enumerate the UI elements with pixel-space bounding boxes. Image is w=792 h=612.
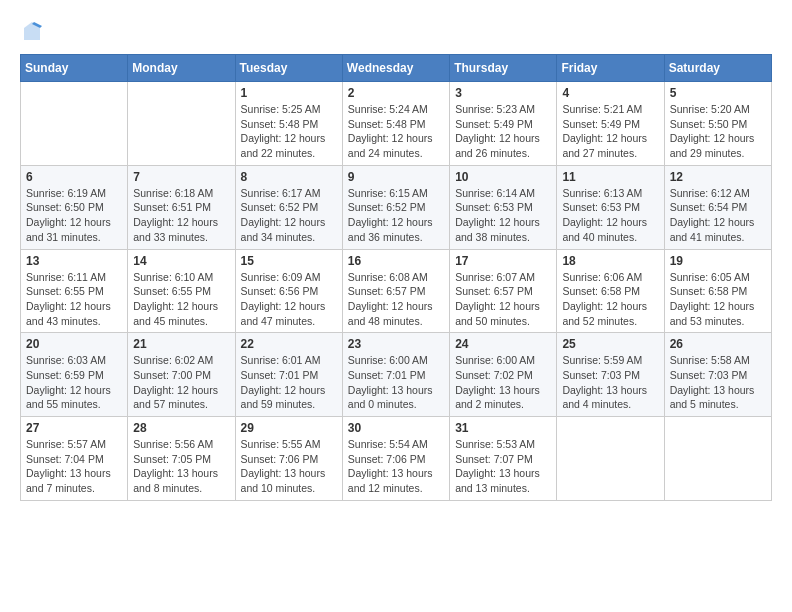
day-number: 25 bbox=[562, 337, 658, 351]
calendar-cell: 25Sunrise: 5:59 AMSunset: 7:03 PMDayligh… bbox=[557, 333, 664, 417]
day-number: 24 bbox=[455, 337, 551, 351]
day-info: Sunrise: 5:56 AMSunset: 7:05 PMDaylight:… bbox=[133, 437, 229, 496]
calendar-cell: 29Sunrise: 5:55 AMSunset: 7:06 PMDayligh… bbox=[235, 417, 342, 501]
day-info: Sunrise: 5:24 AMSunset: 5:48 PMDaylight:… bbox=[348, 102, 444, 161]
day-info: Sunrise: 5:55 AMSunset: 7:06 PMDaylight:… bbox=[241, 437, 337, 496]
calendar-cell: 3Sunrise: 5:23 AMSunset: 5:49 PMDaylight… bbox=[450, 82, 557, 166]
calendar-cell: 14Sunrise: 6:10 AMSunset: 6:55 PMDayligh… bbox=[128, 249, 235, 333]
day-info: Sunrise: 6:14 AMSunset: 6:53 PMDaylight:… bbox=[455, 186, 551, 245]
day-info: Sunrise: 6:01 AMSunset: 7:01 PMDaylight:… bbox=[241, 353, 337, 412]
calendar-cell: 4Sunrise: 5:21 AMSunset: 5:49 PMDaylight… bbox=[557, 82, 664, 166]
calendar-cell: 9Sunrise: 6:15 AMSunset: 6:52 PMDaylight… bbox=[342, 165, 449, 249]
day-number: 6 bbox=[26, 170, 122, 184]
day-info: Sunrise: 6:09 AMSunset: 6:56 PMDaylight:… bbox=[241, 270, 337, 329]
day-info: Sunrise: 6:06 AMSunset: 6:58 PMDaylight:… bbox=[562, 270, 658, 329]
day-info: Sunrise: 5:57 AMSunset: 7:04 PMDaylight:… bbox=[26, 437, 122, 496]
day-info: Sunrise: 6:19 AMSunset: 6:50 PMDaylight:… bbox=[26, 186, 122, 245]
calendar-cell: 8Sunrise: 6:17 AMSunset: 6:52 PMDaylight… bbox=[235, 165, 342, 249]
day-info: Sunrise: 5:54 AMSunset: 7:06 PMDaylight:… bbox=[348, 437, 444, 496]
day-info: Sunrise: 6:18 AMSunset: 6:51 PMDaylight:… bbox=[133, 186, 229, 245]
weekday-header-saturday: Saturday bbox=[664, 55, 771, 82]
day-info: Sunrise: 6:00 AMSunset: 7:02 PMDaylight:… bbox=[455, 353, 551, 412]
day-number: 30 bbox=[348, 421, 444, 435]
calendar-week-4: 20Sunrise: 6:03 AMSunset: 6:59 PMDayligh… bbox=[21, 333, 772, 417]
calendar-cell: 19Sunrise: 6:05 AMSunset: 6:58 PMDayligh… bbox=[664, 249, 771, 333]
calendar-cell: 24Sunrise: 6:00 AMSunset: 7:02 PMDayligh… bbox=[450, 333, 557, 417]
calendar-cell: 20Sunrise: 6:03 AMSunset: 6:59 PMDayligh… bbox=[21, 333, 128, 417]
day-number: 19 bbox=[670, 254, 766, 268]
calendar-week-1: 1Sunrise: 5:25 AMSunset: 5:48 PMDaylight… bbox=[21, 82, 772, 166]
day-info: Sunrise: 6:12 AMSunset: 6:54 PMDaylight:… bbox=[670, 186, 766, 245]
day-number: 14 bbox=[133, 254, 229, 268]
day-number: 2 bbox=[348, 86, 444, 100]
calendar-cell bbox=[21, 82, 128, 166]
day-number: 10 bbox=[455, 170, 551, 184]
day-number: 8 bbox=[241, 170, 337, 184]
day-number: 18 bbox=[562, 254, 658, 268]
calendar-cell: 12Sunrise: 6:12 AMSunset: 6:54 PMDayligh… bbox=[664, 165, 771, 249]
day-number: 27 bbox=[26, 421, 122, 435]
calendar-cell: 15Sunrise: 6:09 AMSunset: 6:56 PMDayligh… bbox=[235, 249, 342, 333]
logo-icon bbox=[20, 20, 44, 44]
day-number: 12 bbox=[670, 170, 766, 184]
day-number: 3 bbox=[455, 86, 551, 100]
calendar-cell: 16Sunrise: 6:08 AMSunset: 6:57 PMDayligh… bbox=[342, 249, 449, 333]
day-number: 28 bbox=[133, 421, 229, 435]
day-number: 9 bbox=[348, 170, 444, 184]
weekday-header-tuesday: Tuesday bbox=[235, 55, 342, 82]
calendar-cell: 21Sunrise: 6:02 AMSunset: 7:00 PMDayligh… bbox=[128, 333, 235, 417]
day-info: Sunrise: 6:03 AMSunset: 6:59 PMDaylight:… bbox=[26, 353, 122, 412]
day-info: Sunrise: 6:11 AMSunset: 6:55 PMDaylight:… bbox=[26, 270, 122, 329]
day-number: 20 bbox=[26, 337, 122, 351]
day-info: Sunrise: 6:05 AMSunset: 6:58 PMDaylight:… bbox=[670, 270, 766, 329]
calendar-cell: 17Sunrise: 6:07 AMSunset: 6:57 PMDayligh… bbox=[450, 249, 557, 333]
day-number: 26 bbox=[670, 337, 766, 351]
day-number: 1 bbox=[241, 86, 337, 100]
calendar-cell: 31Sunrise: 5:53 AMSunset: 7:07 PMDayligh… bbox=[450, 417, 557, 501]
day-number: 29 bbox=[241, 421, 337, 435]
calendar-table: SundayMondayTuesdayWednesdayThursdayFrid… bbox=[20, 54, 772, 501]
logo bbox=[20, 20, 48, 44]
day-number: 13 bbox=[26, 254, 122, 268]
day-info: Sunrise: 6:15 AMSunset: 6:52 PMDaylight:… bbox=[348, 186, 444, 245]
calendar-cell: 11Sunrise: 6:13 AMSunset: 6:53 PMDayligh… bbox=[557, 165, 664, 249]
day-number: 11 bbox=[562, 170, 658, 184]
weekday-header-friday: Friday bbox=[557, 55, 664, 82]
calendar-cell: 23Sunrise: 6:00 AMSunset: 7:01 PMDayligh… bbox=[342, 333, 449, 417]
weekday-header-monday: Monday bbox=[128, 55, 235, 82]
calendar-cell: 5Sunrise: 5:20 AMSunset: 5:50 PMDaylight… bbox=[664, 82, 771, 166]
calendar-cell: 7Sunrise: 6:18 AMSunset: 6:51 PMDaylight… bbox=[128, 165, 235, 249]
day-info: Sunrise: 6:02 AMSunset: 7:00 PMDaylight:… bbox=[133, 353, 229, 412]
calendar-cell bbox=[128, 82, 235, 166]
day-number: 4 bbox=[562, 86, 658, 100]
calendar-cell: 13Sunrise: 6:11 AMSunset: 6:55 PMDayligh… bbox=[21, 249, 128, 333]
calendar-cell: 18Sunrise: 6:06 AMSunset: 6:58 PMDayligh… bbox=[557, 249, 664, 333]
calendar-cell: 28Sunrise: 5:56 AMSunset: 7:05 PMDayligh… bbox=[128, 417, 235, 501]
day-info: Sunrise: 5:23 AMSunset: 5:49 PMDaylight:… bbox=[455, 102, 551, 161]
day-info: Sunrise: 5:58 AMSunset: 7:03 PMDaylight:… bbox=[670, 353, 766, 412]
day-number: 5 bbox=[670, 86, 766, 100]
day-number: 22 bbox=[241, 337, 337, 351]
day-info: Sunrise: 5:21 AMSunset: 5:49 PMDaylight:… bbox=[562, 102, 658, 161]
day-info: Sunrise: 5:25 AMSunset: 5:48 PMDaylight:… bbox=[241, 102, 337, 161]
day-number: 7 bbox=[133, 170, 229, 184]
weekday-header-sunday: Sunday bbox=[21, 55, 128, 82]
day-info: Sunrise: 6:13 AMSunset: 6:53 PMDaylight:… bbox=[562, 186, 658, 245]
calendar-cell: 6Sunrise: 6:19 AMSunset: 6:50 PMDaylight… bbox=[21, 165, 128, 249]
calendar-cell: 22Sunrise: 6:01 AMSunset: 7:01 PMDayligh… bbox=[235, 333, 342, 417]
day-info: Sunrise: 5:20 AMSunset: 5:50 PMDaylight:… bbox=[670, 102, 766, 161]
day-number: 23 bbox=[348, 337, 444, 351]
weekday-header-thursday: Thursday bbox=[450, 55, 557, 82]
day-number: 31 bbox=[455, 421, 551, 435]
day-number: 21 bbox=[133, 337, 229, 351]
day-number: 17 bbox=[455, 254, 551, 268]
weekday-header-wednesday: Wednesday bbox=[342, 55, 449, 82]
day-info: Sunrise: 6:10 AMSunset: 6:55 PMDaylight:… bbox=[133, 270, 229, 329]
day-info: Sunrise: 5:53 AMSunset: 7:07 PMDaylight:… bbox=[455, 437, 551, 496]
calendar-cell: 26Sunrise: 5:58 AMSunset: 7:03 PMDayligh… bbox=[664, 333, 771, 417]
calendar-week-5: 27Sunrise: 5:57 AMSunset: 7:04 PMDayligh… bbox=[21, 417, 772, 501]
calendar-cell: 30Sunrise: 5:54 AMSunset: 7:06 PMDayligh… bbox=[342, 417, 449, 501]
day-info: Sunrise: 5:59 AMSunset: 7:03 PMDaylight:… bbox=[562, 353, 658, 412]
calendar-week-3: 13Sunrise: 6:11 AMSunset: 6:55 PMDayligh… bbox=[21, 249, 772, 333]
calendar-cell: 2Sunrise: 5:24 AMSunset: 5:48 PMDaylight… bbox=[342, 82, 449, 166]
